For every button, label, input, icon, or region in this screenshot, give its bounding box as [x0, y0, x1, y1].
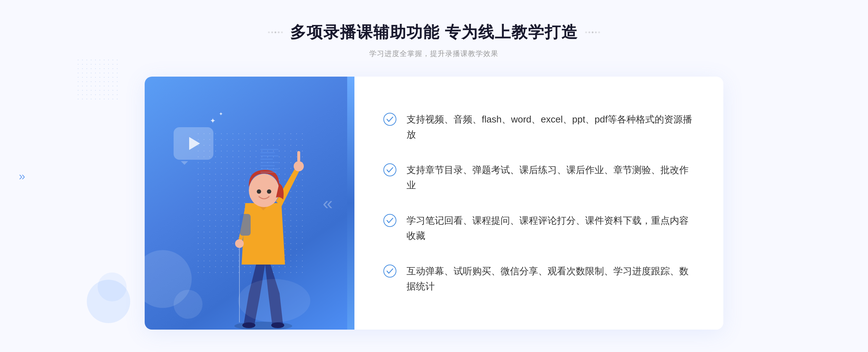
- page-wrapper: » 多项录播课辅助功能 专为线上教学打造 学习进度: [0, 0, 868, 352]
- circle-deco-small: [174, 290, 203, 319]
- stripe-8: [260, 172, 277, 173]
- left-circle-small: [98, 272, 127, 301]
- stripe-3: [260, 155, 278, 156]
- svg-point-11: [384, 113, 396, 125]
- page-subtitle: 学习进度全掌握，提升录播课教学效果: [268, 49, 600, 59]
- dot-5: [281, 31, 283, 33]
- check-icon-4: [383, 265, 396, 278]
- content-panel: 支持视频、音频、flash、word、excel、ppt、pdf等各种格式的资源…: [354, 77, 723, 330]
- sparkle-star-2: ✦: [219, 111, 223, 117]
- svg-point-14: [384, 265, 396, 277]
- stripe-1: [260, 149, 278, 150]
- outer-arrows-decoration: »: [19, 170, 25, 182]
- dot-r-5: [585, 31, 587, 33]
- stripe-decoration: [260, 149, 278, 178]
- stripe-6: [260, 165, 275, 166]
- svg-point-10: [238, 279, 310, 322]
- feature-text-4: 互动弹幕、试听购买、微信分享、观看次数限制、学习进度跟踪、数据统计: [407, 264, 694, 294]
- stripe-7: [260, 168, 278, 169]
- feature-item-1: 支持视频、音频、flash、word、excel、ppt、pdf等各种格式的资源…: [383, 106, 694, 149]
- dot-r-3: [592, 31, 593, 33]
- chevron-right-icon: »: [19, 170, 25, 182]
- dot-4: [278, 31, 280, 33]
- title-decorator-right: [585, 31, 600, 33]
- bg-dots-left-decoration: [76, 58, 119, 101]
- dot-1: [268, 31, 270, 33]
- dot-r-1: [598, 31, 600, 33]
- feature-text-2: 支持章节目录、弹题考试、课后练习、课后作业、章节测验、批改作业: [407, 163, 694, 193]
- header-title-row: 多项录播课辅助功能 专为线上教学打造: [268, 22, 600, 43]
- dot-r-4: [588, 31, 590, 33]
- svg-point-7: [257, 189, 261, 194]
- play-icon: [189, 137, 200, 150]
- main-content-card: ✦ ✦ «: [145, 77, 723, 330]
- svg-point-8: [267, 189, 271, 194]
- svg-point-1: [242, 322, 255, 328]
- svg-point-5: [235, 239, 244, 248]
- dot-2: [271, 31, 273, 33]
- feature-item-2: 支持章节目录、弹题考试、课后练习、课后作业、章节测验、批改作业: [383, 156, 694, 199]
- svg-point-2: [271, 322, 284, 328]
- title-decorator-left: [268, 31, 283, 33]
- header-section: 多项录播课辅助功能 专为线上教学打造 学习进度全掌握，提升录播课教学效果: [268, 22, 600, 59]
- dot-3: [275, 31, 276, 33]
- svg-point-3: [294, 161, 304, 171]
- stripe-2: [260, 152, 275, 153]
- svg-point-12: [384, 164, 396, 176]
- play-bubble: [174, 127, 213, 160]
- dot-r-2: [595, 31, 597, 33]
- svg-point-6: [249, 174, 279, 207]
- svg-point-13: [384, 214, 396, 227]
- check-icon-3: [383, 214, 396, 227]
- feature-text-3: 学习笔记回看、课程提问、课程评论打分、课件资料下载，重点内容收藏: [407, 213, 694, 243]
- svg-rect-9: [240, 214, 251, 236]
- check-icon-1: [383, 113, 396, 126]
- blue-side-strip: [347, 77, 354, 330]
- feature-text-1: 支持视频、音频、flash、word、excel、ppt、pdf等各种格式的资源…: [407, 112, 694, 142]
- check-icon-2: [383, 163, 396, 176]
- page-title: 多项录播课辅助功能 专为线上教学打造: [290, 22, 578, 43]
- feature-item-3: 学习笔记回看、课程提问、课程评论打分、课件资料下载，重点内容收藏: [383, 207, 694, 250]
- stripe-5: [260, 162, 278, 163]
- feature-item-4: 互动弹幕、试听购买、微信分享、观看次数限制、学习进度跟踪、数据统计: [383, 257, 694, 300]
- illustration-panel: ✦ ✦ «: [145, 77, 354, 330]
- stripe-4: [260, 159, 273, 160]
